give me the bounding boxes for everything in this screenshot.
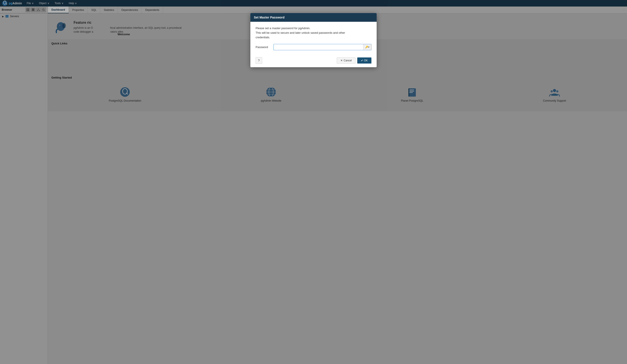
question-mark-icon: ? [258, 59, 260, 62]
key-icon: 🔑 [365, 46, 368, 48]
cancel-icon: ✕ [340, 59, 343, 62]
modal-footer: ? ✕ Cancel ✔ OK [250, 55, 377, 67]
help-button[interactable]: ? [256, 57, 262, 64]
modal-header: Set Master Password [250, 13, 377, 22]
cancel-label: Cancel [344, 59, 352, 62]
ok-icon: ✔ [361, 59, 363, 62]
cancel-button[interactable]: ✕ Cancel [337, 57, 355, 64]
ok-label: OK [364, 59, 368, 62]
password-field-wrapper: 🔑 ▾ [273, 44, 371, 50]
password-toggle-button[interactable]: 🔑 ▾ [363, 44, 371, 50]
set-master-password-modal: Set Master Password Please set a master … [250, 13, 377, 67]
password-label: Password [256, 46, 271, 49]
modal-overlay: Set Master Password Please set a master … [0, 0, 627, 364]
chevron-down-icon: ▾ [368, 46, 369, 48]
modal-description: Please set a master password for pgAdmin… [256, 26, 371, 40]
ok-button[interactable]: ✔ OK [357, 57, 371, 64]
modal-action-buttons: ✕ Cancel ✔ OK [337, 57, 371, 64]
modal-body: Please set a master password for pgAdmin… [250, 22, 377, 55]
password-form-row: Password 🔑 ▾ [256, 44, 371, 50]
password-input[interactable] [274, 44, 363, 50]
modal-title: Set Master Password [254, 16, 285, 19]
